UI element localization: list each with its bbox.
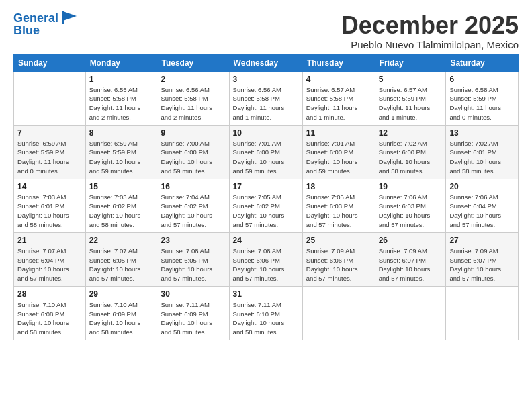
day-info: Sunrise: 7:09 AM Sunset: 6:07 PM Dayligh… — [449, 246, 515, 283]
day-number: 29 — [89, 289, 154, 299]
logo: General Blue — [13, 12, 79, 38]
day-info: Sunrise: 7:08 AM Sunset: 6:05 PM Dayligh… — [161, 246, 225, 283]
calendar-cell: 31Sunrise: 7:11 AM Sunset: 6:10 PM Dayli… — [229, 286, 302, 340]
day-number: 12 — [379, 128, 443, 138]
month-title: December 2025 — [341, 12, 519, 39]
calendar-cell: 6Sunrise: 6:58 AM Sunset: 5:59 PM Daylig… — [446, 71, 519, 125]
calendar-cell: 29Sunrise: 7:10 AM Sunset: 6:09 PM Dayli… — [85, 286, 157, 340]
weekday-header-row: SundayMondayTuesdayWednesdayThursdayFrid… — [14, 54, 519, 71]
day-number: 21 — [17, 236, 82, 245]
day-info: Sunrise: 6:56 AM Sunset: 5:58 PM Dayligh… — [233, 85, 299, 122]
calendar-cell: 2Sunrise: 6:56 AM Sunset: 5:58 PM Daylig… — [157, 71, 229, 125]
calendar-cell: 24Sunrise: 7:08 AM Sunset: 6:06 PM Dayli… — [229, 232, 302, 286]
calendar-cell: 14Sunrise: 7:03 AM Sunset: 6:01 PM Dayli… — [14, 179, 86, 232]
calendar-cell: 11Sunrise: 7:01 AM Sunset: 6:00 PM Dayli… — [302, 125, 375, 179]
day-info: Sunrise: 7:07 AM Sunset: 6:04 PM Dayligh… — [17, 246, 82, 283]
calendar-week-row: 21Sunrise: 7:07 AM Sunset: 6:04 PM Dayli… — [14, 232, 519, 286]
logo-flag-icon — [60, 10, 79, 25]
weekday-header-tuesday: Tuesday — [157, 54, 229, 71]
day-info: Sunrise: 6:59 AM Sunset: 5:59 PM Dayligh… — [17, 139, 82, 176]
calendar-cell: 3Sunrise: 6:56 AM Sunset: 5:58 PM Daylig… — [229, 71, 302, 125]
calendar-cell: 12Sunrise: 7:02 AM Sunset: 6:00 PM Dayli… — [375, 125, 446, 179]
calendar-cell: 20Sunrise: 7:06 AM Sunset: 6:04 PM Dayli… — [446, 179, 519, 232]
svg-rect-1 — [62, 11, 64, 24]
calendar-cell: 25Sunrise: 7:09 AM Sunset: 6:06 PM Dayli… — [302, 232, 375, 286]
calendar-cell: 7Sunrise: 6:59 AM Sunset: 5:59 PM Daylig… — [14, 125, 86, 179]
calendar-cell: 30Sunrise: 7:11 AM Sunset: 6:09 PM Dayli… — [157, 286, 229, 340]
calendar-cell: 21Sunrise: 7:07 AM Sunset: 6:04 PM Dayli… — [14, 232, 86, 286]
day-info: Sunrise: 7:09 AM Sunset: 6:07 PM Dayligh… — [379, 246, 443, 283]
day-number: 25 — [306, 236, 371, 245]
day-number: 14 — [17, 182, 82, 191]
calendar-cell: 13Sunrise: 7:02 AM Sunset: 6:01 PM Dayli… — [446, 125, 519, 179]
day-info: Sunrise: 6:56 AM Sunset: 5:58 PM Dayligh… — [161, 85, 225, 122]
svg-marker-0 — [63, 11, 77, 21]
calendar-cell: 16Sunrise: 7:04 AM Sunset: 6:02 PM Dayli… — [157, 179, 229, 232]
logo-blue: Blue — [13, 24, 79, 38]
calendar-cell: 8Sunrise: 6:59 AM Sunset: 5:59 PM Daylig… — [85, 125, 157, 179]
day-number: 8 — [89, 128, 154, 138]
day-info: Sunrise: 7:05 AM Sunset: 6:03 PM Dayligh… — [306, 193, 371, 230]
weekday-header-friday: Friday — [375, 54, 446, 71]
day-number: 23 — [161, 236, 225, 245]
day-number: 9 — [161, 128, 225, 138]
day-info: Sunrise: 7:01 AM Sunset: 6:00 PM Dayligh… — [233, 139, 299, 176]
calendar-cell — [375, 286, 446, 340]
title-block: December 2025 Pueblo Nuevo Tlalmimilolpa… — [341, 12, 519, 50]
calendar-cell: 15Sunrise: 7:03 AM Sunset: 6:02 PM Dayli… — [85, 179, 157, 232]
day-info: Sunrise: 7:03 AM Sunset: 6:02 PM Dayligh… — [89, 193, 154, 230]
day-number: 13 — [449, 128, 515, 138]
day-info: Sunrise: 7:06 AM Sunset: 6:03 PM Dayligh… — [379, 193, 443, 230]
day-info: Sunrise: 7:09 AM Sunset: 6:06 PM Dayligh… — [306, 246, 371, 283]
day-info: Sunrise: 7:10 AM Sunset: 6:09 PM Dayligh… — [89, 300, 154, 337]
day-number: 19 — [379, 182, 443, 191]
day-info: Sunrise: 7:03 AM Sunset: 6:01 PM Dayligh… — [17, 193, 82, 230]
calendar-cell: 26Sunrise: 7:09 AM Sunset: 6:07 PM Dayli… — [375, 232, 446, 286]
day-number: 27 — [449, 236, 515, 245]
day-number: 1 — [89, 75, 154, 84]
day-number: 10 — [233, 128, 299, 138]
day-number: 17 — [233, 182, 299, 191]
day-info: Sunrise: 7:06 AM Sunset: 6:04 PM Dayligh… — [449, 193, 515, 230]
calendar-week-row: 14Sunrise: 7:03 AM Sunset: 6:01 PM Dayli… — [14, 179, 519, 232]
day-info: Sunrise: 7:10 AM Sunset: 6:08 PM Dayligh… — [17, 300, 82, 337]
calendar-cell — [446, 286, 519, 340]
day-info: Sunrise: 7:11 AM Sunset: 6:10 PM Dayligh… — [233, 300, 299, 337]
calendar-week-row: 1Sunrise: 6:55 AM Sunset: 5:58 PM Daylig… — [14, 71, 519, 125]
day-number: 15 — [89, 182, 154, 191]
calendar-table: SundayMondayTuesdayWednesdayThursdayFrid… — [13, 54, 519, 340]
calendar-cell: 10Sunrise: 7:01 AM Sunset: 6:00 PM Dayli… — [229, 125, 302, 179]
calendar-cell — [302, 286, 375, 340]
day-info: Sunrise: 7:01 AM Sunset: 6:00 PM Dayligh… — [306, 139, 371, 176]
calendar-cell: 4Sunrise: 6:57 AM Sunset: 5:58 PM Daylig… — [302, 71, 375, 125]
day-info: Sunrise: 7:00 AM Sunset: 6:00 PM Dayligh… — [161, 139, 225, 176]
day-number: 28 — [17, 289, 82, 299]
day-number: 3 — [233, 75, 299, 84]
day-info: Sunrise: 7:11 AM Sunset: 6:09 PM Dayligh… — [161, 300, 225, 337]
day-info: Sunrise: 6:59 AM Sunset: 5:59 PM Dayligh… — [89, 139, 154, 176]
day-number: 24 — [233, 236, 299, 245]
day-info: Sunrise: 7:02 AM Sunset: 6:01 PM Dayligh… — [449, 139, 515, 176]
day-info: Sunrise: 7:07 AM Sunset: 6:05 PM Dayligh… — [89, 246, 154, 283]
day-number: 16 — [161, 182, 225, 191]
calendar-cell: 23Sunrise: 7:08 AM Sunset: 6:05 PM Dayli… — [157, 232, 229, 286]
day-number: 30 — [161, 289, 225, 299]
day-info: Sunrise: 6:57 AM Sunset: 5:59 PM Dayligh… — [379, 85, 443, 122]
page: General Blue December 2025 Pueblo Nuevo … — [0, 0, 532, 347]
logo-general: General — [13, 11, 58, 25]
calendar-week-row: 28Sunrise: 7:10 AM Sunset: 6:08 PM Dayli… — [14, 286, 519, 340]
calendar-cell: 22Sunrise: 7:07 AM Sunset: 6:05 PM Dayli… — [85, 232, 157, 286]
weekday-header-sunday: Sunday — [14, 54, 86, 71]
calendar-cell: 19Sunrise: 7:06 AM Sunset: 6:03 PM Dayli… — [375, 179, 446, 232]
calendar-cell: 1Sunrise: 6:55 AM Sunset: 5:58 PM Daylig… — [85, 71, 157, 125]
calendar-cell — [14, 71, 86, 125]
day-number: 7 — [17, 128, 82, 138]
calendar-cell: 27Sunrise: 7:09 AM Sunset: 6:07 PM Dayli… — [446, 232, 519, 286]
calendar-cell: 9Sunrise: 7:00 AM Sunset: 6:00 PM Daylig… — [157, 125, 229, 179]
day-number: 18 — [306, 182, 371, 191]
day-info: Sunrise: 7:05 AM Sunset: 6:02 PM Dayligh… — [233, 193, 299, 230]
day-info: Sunrise: 6:55 AM Sunset: 5:58 PM Dayligh… — [89, 85, 154, 122]
location-subtitle: Pueblo Nuevo Tlalmimilolpan, Mexico — [341, 39, 519, 50]
day-number: 31 — [233, 289, 299, 299]
calendar-cell: 28Sunrise: 7:10 AM Sunset: 6:08 PM Dayli… — [14, 286, 86, 340]
